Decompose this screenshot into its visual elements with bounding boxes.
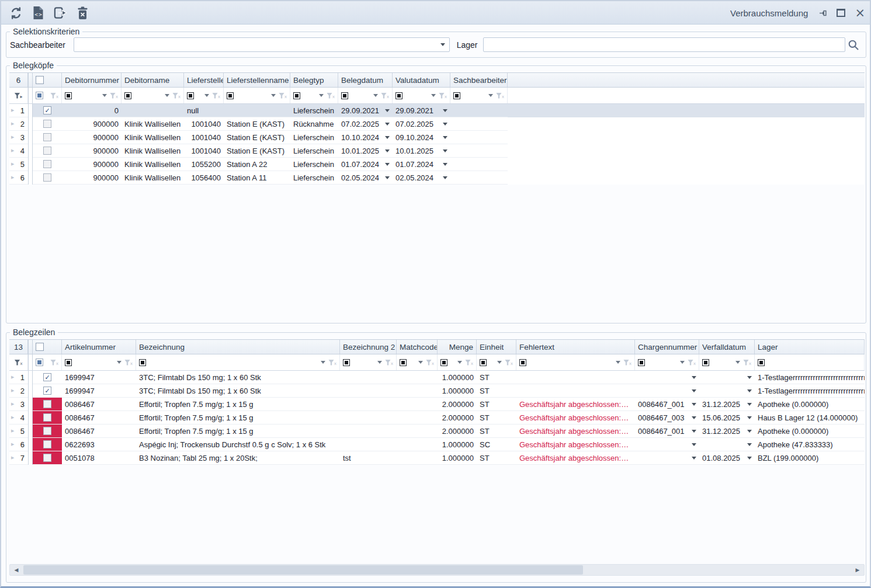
filter-cell-lager[interactable]	[755, 354, 865, 370]
clear-filter-funnel-icon[interactable]: x	[212, 93, 220, 99]
table-row[interactable]: ▶6 0622693 Aspégic Inj; Trockensub Durch…	[9, 438, 865, 451]
clear-filter-funnel-icon[interactable]: x	[496, 93, 504, 99]
delete-button[interactable]	[74, 5, 91, 21]
filter-cell-chargennummer[interactable]: x	[635, 354, 699, 370]
filter-cell-debitornummer[interactable]: x	[62, 88, 122, 103]
row-checkbox[interactable]	[43, 387, 51, 395]
filter-box-icon[interactable]	[139, 359, 146, 366]
column-header-belegtyp[interactable]: Belegtyp	[290, 73, 338, 87]
dropdown-icon[interactable]	[692, 457, 696, 460]
dropdown-icon[interactable]	[616, 361, 620, 364]
dropdown-icon[interactable]	[385, 149, 390, 152]
row-checkbox[interactable]	[43, 120, 51, 128]
refresh-button[interactable]	[7, 5, 25, 21]
column-header-lager[interactable]: Lager	[755, 340, 865, 354]
lager-search-button[interactable]	[845, 37, 862, 52]
row-checkbox[interactable]	[43, 173, 51, 182]
row-checkbox[interactable]	[43, 373, 51, 381]
dropdown-icon[interactable]	[431, 94, 436, 97]
dropdown-icon[interactable]	[443, 149, 447, 152]
expand-icon[interactable]: ▶	[11, 415, 14, 420]
dropdown-icon[interactable]	[692, 443, 696, 446]
clear-filter-funnel-icon[interactable]: x	[279, 93, 287, 99]
dropdown-icon[interactable]	[735, 361, 740, 364]
filter-box-icon[interactable]	[227, 92, 234, 99]
filter-box-icon[interactable]	[65, 359, 72, 366]
row-checkbox[interactable]	[43, 147, 51, 155]
dropdown-icon[interactable]	[165, 94, 169, 97]
filter-box-icon[interactable]	[702, 359, 709, 366]
dropdown-icon[interactable]	[377, 361, 382, 364]
expand-icon[interactable]: ▶	[11, 148, 14, 153]
filter-box-icon[interactable]	[341, 92, 348, 99]
expand-icon[interactable]: ▶	[11, 388, 14, 393]
filter-cell-valutadatum[interactable]: x	[393, 88, 450, 103]
filter-box-icon[interactable]	[638, 359, 645, 366]
filter-cell-einheit[interactable]: x	[477, 354, 516, 370]
table-row[interactable]: ▶3 900000 Klinik Wallisellen 1001040 Sta…	[9, 131, 865, 144]
close-button[interactable]: ×	[855, 6, 865, 19]
dropdown-icon[interactable]	[488, 94, 493, 97]
filter-box-icon[interactable]	[293, 92, 300, 99]
table-row[interactable]: ▶4 900000 Klinik Wallisellen 1001040 Sta…	[9, 144, 865, 158]
column-header-valutadatum[interactable]: Valutadatum	[393, 73, 450, 87]
clear-filter-funnel-icon[interactable]: x	[439, 93, 447, 99]
file-code-button[interactable]: <>	[29, 5, 47, 21]
clear-filter-funnel-icon[interactable]: x	[110, 93, 118, 99]
column-header-bezeichnung2[interactable]: Bezeichnung 2	[340, 340, 397, 354]
filter-box-icon[interactable]	[187, 92, 194, 99]
filter-cell-verfalldatum[interactable]: x	[699, 354, 755, 370]
filter-box-icon[interactable]	[453, 92, 460, 99]
filter-cell-fehlertext[interactable]: x	[516, 354, 635, 370]
dropdown-icon[interactable]	[497, 361, 502, 364]
export-button[interactable]	[51, 5, 69, 21]
clear-filter-funnel-icon[interactable]: x	[465, 360, 473, 366]
dropdown-icon[interactable]	[443, 136, 447, 139]
filter-cell-bezeichnung2[interactable]: x	[340, 354, 397, 370]
expand-icon[interactable]: ▶	[11, 108, 14, 113]
column-header-belegdatum[interactable]: Belegdatum	[338, 73, 393, 87]
row-checkbox[interactable]	[43, 133, 51, 141]
column-header-fehlertext[interactable]: Fehlertext	[516, 340, 635, 354]
column-header-debitornummer[interactable]: Debitornummer	[62, 73, 122, 87]
column-header-lieferstelle[interactable]: Lieferstelle	[184, 73, 224, 87]
dropdown-icon[interactable]	[692, 376, 696, 379]
filter-cell-lieferstelle[interactable]: x	[184, 88, 224, 103]
column-header-bezeichnung[interactable]: Bezeichnung	[136, 340, 340, 354]
column-header-lieferstellenname[interactable]: Lieferstellenname	[224, 73, 290, 87]
row-checkbox[interactable]	[43, 160, 51, 168]
dropdown-icon[interactable]	[692, 416, 696, 419]
dropdown-icon[interactable]	[418, 361, 423, 364]
expand-icon[interactable]: ▶	[11, 162, 14, 166]
dropdown-icon[interactable]	[443, 109, 447, 112]
dropdown-icon[interactable]	[321, 361, 325, 364]
scroll-right-button[interactable]: ▶	[851, 565, 864, 575]
column-header-verfalldatum[interactable]: Verfalldatum	[699, 340, 755, 354]
column-header-chargennummer[interactable]: Chargennummer	[635, 340, 699, 354]
filter-cell-matchcode[interactable]: x	[397, 354, 438, 370]
dropdown-icon[interactable]	[385, 136, 390, 139]
filter-cell-artikelnummer[interactable]: x	[62, 354, 136, 370]
dropdown-icon[interactable]	[373, 94, 378, 97]
dropdown-icon[interactable]	[443, 176, 447, 179]
dropdown-icon[interactable]	[692, 389, 696, 392]
expand-icon[interactable]: ▶	[11, 121, 14, 126]
filter-cell-bezeichnung[interactable]: x	[136, 354, 340, 370]
filter-cell-belegdatum[interactable]: x	[338, 88, 393, 103]
column-header-menge[interactable]: Menge	[438, 340, 477, 354]
dropdown-icon[interactable]	[385, 163, 390, 166]
filter-box-icon[interactable]	[395, 92, 402, 99]
clear-filter-funnel-icon[interactable]: x	[124, 360, 133, 366]
column-header-debitorname[interactable]: Debitorname	[122, 73, 184, 87]
expand-icon[interactable]: ▶	[11, 402, 14, 406]
row-checkbox[interactable]	[43, 106, 51, 114]
dropdown-icon[interactable]	[747, 376, 752, 379]
dropdown-icon[interactable]	[747, 389, 752, 392]
filter-box-icon[interactable]	[124, 92, 131, 99]
table-row[interactable]: ▶2 900000 Klinik Wallisellen 1001040 Sta…	[9, 117, 865, 131]
dropdown-icon[interactable]	[443, 123, 447, 126]
filter-funnel-arrow-icon[interactable]: ▸	[9, 88, 28, 103]
filter-checkbox-all[interactable]	[36, 359, 43, 366]
filter-box-icon[interactable]	[758, 359, 765, 366]
clear-filter-funnel-icon[interactable]: x	[385, 360, 393, 366]
